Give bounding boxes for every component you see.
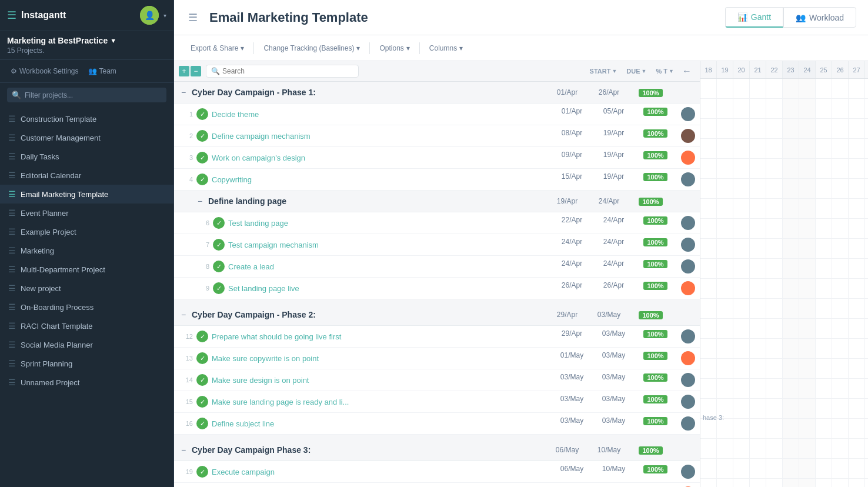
task-check[interactable]: ✓ <box>196 396 208 408</box>
gantt-cell <box>750 239 766 258</box>
task-name[interactable]: Test campaign mechanism <box>228 241 556 249</box>
task-name[interactable]: Work on campaign's design <box>212 154 556 162</box>
task-check[interactable]: ✓ <box>196 174 208 185</box>
collapse-all-button[interactable]: − <box>191 66 201 76</box>
subgroup-header[interactable]: − Define landing page 19/Apr 24/Apr 100% <box>174 191 700 212</box>
workbook-settings-button[interactable]: ⚙ Workbook Settings <box>7 65 82 78</box>
task-name[interactable]: Make sure landing page is ready and li..… <box>212 398 556 406</box>
sidebar-item-example[interactable]: ☰Example Project <box>0 222 173 241</box>
gantt-body-row <box>700 479 868 487</box>
columns-button[interactable]: Columns ▾ <box>425 42 468 55</box>
task-name[interactable]: Create a lead <box>228 262 556 271</box>
toolbar: Export & Share ▾ Change Tracking (Baseli… <box>174 35 868 61</box>
workspace-name[interactable]: Marketing at BestPractice ▼ <box>7 36 166 45</box>
sidebar-item-new[interactable]: ☰New project <box>0 279 173 298</box>
back-button[interactable]: ← <box>679 65 695 78</box>
group-toggle-button[interactable]: − <box>179 310 188 319</box>
gantt-cell <box>700 459 717 478</box>
gantt-body-row <box>700 439 868 459</box>
sidebar-item-onboarding[interactable]: ☰On-Boarding Process <box>0 298 173 316</box>
task-check[interactable]: ✓ <box>196 130 208 142</box>
group-header-phase2[interactable]: − Cyber Day Campaign - Phase 2: 29/Apr 0… <box>174 304 700 326</box>
list-icon: ☰ <box>8 152 16 161</box>
task-name[interactable]: Test landing page <box>228 219 556 228</box>
avatar[interactable]: 👤 <box>140 6 159 25</box>
nav-tabs: 📊 Gantt 👥 Workload <box>725 7 856 28</box>
task-check[interactable]: ✓ <box>213 239 225 251</box>
task-name[interactable]: Decide theme <box>212 110 556 119</box>
sidebar-item-unnamed[interactable]: ☰Unnamed Project <box>0 373 173 392</box>
sidebar-item-event[interactable]: ☰Event Planner <box>0 204 173 222</box>
task-check[interactable]: ✓ <box>213 282 225 294</box>
gantt-body-row <box>700 339 868 359</box>
gantt-cell <box>700 419 717 438</box>
list-icon: ☰ <box>8 227 16 236</box>
sidebar-item-editorial[interactable]: ☰Editorial Calendar <box>0 166 173 185</box>
task-check[interactable]: ✓ <box>196 352 208 364</box>
task-search-input[interactable] <box>222 67 353 75</box>
expand-all-button[interactable]: + <box>179 66 189 76</box>
tab-workload[interactable]: 👥 Workload <box>783 7 856 28</box>
task-avatar <box>681 281 695 295</box>
task-name[interactable]: Execute campaign <box>212 468 556 476</box>
sidebar-item-construction[interactable]: ☰Construction Template <box>0 109 173 128</box>
sidebar-item-email[interactable]: ☰Email Marketing Template <box>0 185 173 204</box>
gantt-cell <box>816 159 832 178</box>
gantt-cell <box>865 359 868 378</box>
sidebar-item-raci[interactable]: ☰RACI Chart Template <box>0 316 173 335</box>
group-header-phase1[interactable]: − Cyber Day Campaign - Phase 1: 01/Apr 2… <box>174 82 700 104</box>
task-name[interactable]: Define campaign mechanism <box>212 132 556 141</box>
task-check[interactable]: ✓ <box>196 418 208 429</box>
task-number: 13 <box>179 355 193 362</box>
tab-gantt[interactable]: 📊 Gantt <box>725 7 783 28</box>
group-toggle-button[interactable]: − <box>179 445 188 455</box>
team-icon: 👥 <box>88 67 97 75</box>
sidebar-item-daily[interactable]: ☰Daily Tasks <box>0 147 173 166</box>
change-tracking-button[interactable]: Change Tracking (Baselines) ▾ <box>259 42 365 55</box>
sidebar-item-sprint[interactable]: ☰Sprint Planning <box>0 354 173 373</box>
group-toggle-button[interactable]: − <box>179 88 188 97</box>
sidebar-item-customer[interactable]: ☰Customer Management <box>0 128 173 147</box>
gantt-cell <box>832 459 849 478</box>
gantt-body-row <box>700 319 868 339</box>
task-check[interactable]: ✓ <box>196 466 208 478</box>
team-button[interactable]: 👥 Team <box>85 65 120 78</box>
gantt-cell <box>766 99 783 118</box>
task-dates: 24/Apr 24/Apr 100% <box>556 238 695 252</box>
sidebar-item-marketing[interactable]: ☰Marketing <box>0 241 173 260</box>
options-button[interactable]: Options ▾ <box>375 42 414 55</box>
filter-projects-input[interactable] <box>25 91 162 99</box>
subgroup-toggle-button[interactable]: − <box>195 196 205 206</box>
task-name[interactable]: Set landing page live <box>228 284 556 293</box>
group-spacer-row <box>174 299 700 304</box>
list-icon: ☰ <box>8 171 16 180</box>
task-check[interactable]: ✓ <box>196 374 208 386</box>
task-start: 01/Apr <box>556 107 588 121</box>
hamburger-button[interactable]: ☰ <box>186 9 200 26</box>
export-share-button[interactable]: Export & Share ▾ <box>186 42 249 55</box>
chevron-down-icon: ▾ <box>459 44 463 52</box>
task-check[interactable]: ✓ <box>213 217 225 229</box>
gantt-body-row <box>700 199 868 219</box>
task-name[interactable]: Copywriting <box>212 175 556 184</box>
gantt-cell <box>816 279 832 298</box>
sidebar-item-social[interactable]: ☰Social Media Planner <box>0 335 173 354</box>
group-header-phase3[interactable]: − Cyber Day Campaign Phase 3: 06/May 10/… <box>174 439 700 461</box>
task-name[interactable]: Prepare what should be going live first <box>212 332 556 341</box>
gantt-cell <box>750 79 766 98</box>
task-check[interactable]: ✓ <box>196 152 208 164</box>
subtask-row: 6 ✓ Test landing page 22/Apr 24/Apr 100% <box>174 212 700 234</box>
gantt-cell <box>717 159 733 178</box>
task-dates: 01/May 03/May 100% <box>556 351 695 365</box>
group-start: 06/May <box>551 446 583 455</box>
task-check[interactable]: ✓ <box>196 108 208 120</box>
sidebar-item-multi[interactable]: ☰Multi-Department Project <box>0 260 173 279</box>
gantt-cell <box>733 99 750 118</box>
task-due: 19/Apr <box>597 129 630 143</box>
task-name[interactable]: Make sure design is on point <box>212 376 556 385</box>
task-name[interactable]: Define subject line <box>212 419 556 428</box>
task-check[interactable]: ✓ <box>196 331 208 342</box>
task-check[interactable]: ✓ <box>213 261 225 272</box>
gantt-cell <box>717 219 733 238</box>
task-name[interactable]: Make sure copywrite is on point <box>212 354 556 363</box>
